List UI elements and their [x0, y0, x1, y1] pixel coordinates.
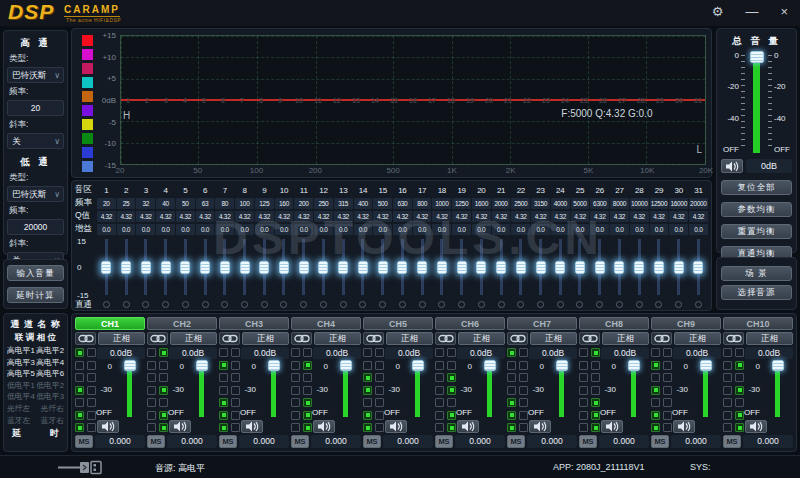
fader-thumb[interactable] [124, 360, 136, 371]
channel-fader[interactable]: 0-30OFF [241, 360, 289, 419]
delay-calc-button[interactable]: 延时计算 [7, 287, 64, 303]
channel-tab-ch5[interactable]: CH5 [363, 317, 433, 330]
slider-thumb[interactable] [595, 261, 605, 274]
eq-band-slider[interactable] [669, 237, 688, 297]
input-source-checkbox[interactable] [87, 411, 96, 420]
slider-thumb[interactable] [180, 261, 190, 274]
eq-cell[interactable]: 5000 [571, 198, 590, 209]
input-source-checkbox[interactable] [147, 373, 156, 382]
input-source-checkbox[interactable] [291, 361, 300, 370]
input-source-checkbox[interactable] [159, 386, 168, 395]
bypass-radio[interactable] [261, 301, 268, 308]
slider-thumb[interactable] [378, 261, 388, 274]
eq-band-slider[interactable] [354, 237, 373, 297]
eq-band-slider[interactable] [472, 237, 491, 297]
eq-band-slider[interactable] [492, 237, 511, 297]
input-source-checkbox[interactable] [375, 348, 384, 357]
reset-eq-button[interactable]: 重置均衡 [721, 224, 792, 239]
eq-cell[interactable]: 200 [294, 198, 313, 209]
input-volume-button[interactable]: 输入音量 [7, 265, 64, 281]
input-source-checkbox[interactable] [591, 386, 600, 395]
eq-cell[interactable]: 4.32 [472, 211, 491, 222]
eq-cell[interactable]: 0.0 [511, 224, 530, 235]
channel-mute-button[interactable] [529, 420, 551, 433]
eq-cell[interactable]: 0.0 [669, 224, 688, 235]
ms-unit-button[interactable]: MS [723, 435, 741, 448]
bypass-radio[interactable] [438, 301, 445, 308]
input-source-checkbox[interactable] [507, 398, 516, 407]
channel-tab-ch4[interactable]: CH4 [291, 317, 361, 330]
input-source-checkbox[interactable] [147, 411, 156, 420]
band-marker[interactable]: 23 [542, 97, 550, 104]
bypass-radio[interactable] [379, 301, 386, 308]
slider-thumb[interactable] [674, 261, 684, 274]
slider-thumb[interactable] [555, 261, 565, 274]
eq-band-slider[interactable] [136, 237, 155, 297]
bypass-radio[interactable] [202, 301, 209, 308]
input-source-checkbox[interactable] [651, 411, 660, 420]
input-source-checkbox[interactable] [87, 348, 96, 357]
bypass-radio[interactable] [241, 301, 248, 308]
eq-cell[interactable]: 4.32 [630, 211, 649, 222]
input-source-checkbox[interactable] [723, 398, 732, 407]
input-source-checkbox[interactable] [87, 373, 96, 382]
eq-cell[interactable]: 12500 [650, 198, 669, 209]
ms-unit-button[interactable]: MS [291, 435, 309, 448]
close-icon[interactable]: × [780, 3, 788, 21]
eq-cell[interactable]: 4.32 [136, 211, 155, 222]
input-source-checkbox[interactable] [159, 411, 168, 420]
input-source-checkbox[interactable] [363, 423, 372, 432]
input-source-checkbox[interactable] [579, 348, 588, 357]
eq-cell[interactable]: 0.0 [531, 224, 550, 235]
input-source-checkbox[interactable] [447, 411, 456, 420]
slider-thumb[interactable] [654, 261, 664, 274]
channel-mute-button[interactable] [745, 420, 767, 433]
input-source-checkbox[interactable] [507, 361, 516, 370]
ms-unit-button[interactable]: MS [507, 435, 525, 448]
input-source-checkbox[interactable] [735, 361, 744, 370]
eq-cell[interactable]: 100 [235, 198, 254, 209]
input-source-checkbox[interactable] [591, 398, 600, 407]
eq-band-slider[interactable] [275, 237, 294, 297]
input-source-checkbox[interactable] [591, 423, 600, 432]
input-source-checkbox[interactable] [75, 386, 84, 395]
bypass-radio[interactable] [300, 301, 307, 308]
bypass-radio[interactable] [478, 301, 485, 308]
eq-cell[interactable]: 315 [334, 198, 353, 209]
input-source-checkbox[interactable] [291, 423, 300, 432]
channel-fader[interactable]: 0-30OFF [529, 360, 577, 419]
eq-cell[interactable]: 0.0 [136, 224, 155, 235]
eq-band-slider[interactable] [156, 237, 175, 297]
eq-cell[interactable]: 2000 [492, 198, 511, 209]
input-source-checkbox[interactable] [87, 423, 96, 432]
input-source-checkbox[interactable] [435, 361, 444, 370]
phase-button[interactable]: 正相 [530, 332, 577, 345]
eq-band-slider[interactable] [630, 237, 649, 297]
channel-mute-button[interactable] [601, 420, 623, 433]
eq-cell[interactable]: 500 [373, 198, 392, 209]
input-source-checkbox[interactable] [75, 373, 84, 382]
bypass-radio[interactable] [695, 301, 702, 308]
band-marker[interactable]: 4 [183, 97, 187, 104]
eq-cell[interactable]: 0.0 [393, 224, 412, 235]
input-source-checkbox[interactable] [663, 361, 672, 370]
band-marker[interactable]: 27 [618, 97, 626, 104]
reset-all-button[interactable]: 复位全部 [721, 180, 792, 195]
link-button[interactable] [507, 332, 528, 345]
eq-cell[interactable]: 50 [176, 198, 195, 209]
eq-cell[interactable]: 25 [117, 198, 136, 209]
input-source-checkbox[interactable] [447, 423, 456, 432]
slider-thumb[interactable] [101, 261, 111, 274]
eq-cell[interactable]: 8000 [610, 198, 629, 209]
input-source-checkbox[interactable] [435, 373, 444, 382]
eq-cell[interactable]: 4.32 [571, 211, 590, 222]
eq-cell[interactable]: 630 [393, 198, 412, 209]
input-source-checkbox[interactable] [87, 361, 96, 370]
input-source-checkbox[interactable] [303, 348, 312, 357]
eq-cell[interactable]: 4.32 [117, 211, 136, 222]
hpf-slope-dropdown[interactable]: 关∨ [7, 133, 64, 149]
input-source-checkbox[interactable] [519, 361, 528, 370]
input-source-checkbox[interactable] [447, 386, 456, 395]
input-source-checkbox[interactable] [147, 361, 156, 370]
slider-thumb[interactable] [575, 261, 585, 274]
